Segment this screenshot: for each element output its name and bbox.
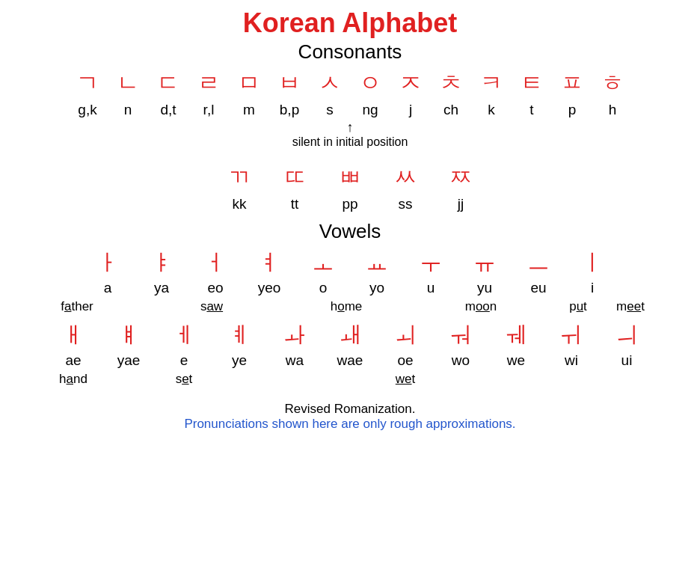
vowel-korean: ㅕ — [250, 248, 289, 278]
vowel2-korean: ㅢ — [604, 320, 649, 351]
example-set: set — [156, 372, 212, 387]
vowel-roman: yeo — [250, 280, 289, 296]
vowel-korean: ㅛ — [357, 248, 396, 278]
silent-note: ↑ silent in initial position — [292, 120, 408, 149]
revised-note: Revised Romanization. — [285, 402, 416, 417]
vowel-roman: a — [88, 280, 127, 296]
vowels-row1-korean: ㅏㅑㅓㅕㅗㅛㅜㅠㅡㅣ — [88, 248, 612, 278]
consonant-roman: g,k — [74, 102, 101, 118]
consonant-korean: ㅍ — [559, 68, 586, 99]
vowel2-roman: e — [162, 352, 206, 369]
consonant-korean: ㅇ — [357, 68, 384, 99]
consonant-korean: ㅂ — [276, 68, 303, 99]
example-saw: saw — [178, 299, 245, 314]
consonant-korean: ㅊ — [438, 68, 464, 99]
vowel-korean: ㅜ — [411, 248, 450, 278]
vowel-korean: ㅠ — [465, 248, 504, 278]
approx-note: Pronunciations shown here are only rough… — [184, 417, 515, 432]
consonant-korean: ㅅ — [316, 68, 343, 99]
example-put: put — [552, 299, 604, 314]
vowel-korean: ㅡ — [519, 248, 558, 278]
doubled-consonant-roman: tt — [274, 196, 316, 212]
consonant-roman: d,t — [155, 102, 182, 118]
vowel2-korean: ㅖ — [217, 320, 262, 351]
consonant-korean: ㄹ — [195, 68, 222, 99]
example-hand: hand — [46, 372, 101, 387]
vowel2-roman: wae — [328, 352, 372, 369]
example-meet: meet — [604, 299, 657, 314]
vowel-roman: eu — [519, 280, 558, 296]
vowel2-korean: ㅝ — [438, 320, 483, 351]
doubled-consonant-roman: kk — [218, 196, 260, 212]
consonant-roman: h — [599, 102, 626, 118]
doubled-consonant-korean: ㄲ — [218, 162, 260, 193]
vowel2-korean: ㅞ — [494, 320, 538, 351]
doubled-consonants-korean-row: ㄲㄸㅃㅆㅉ — [218, 162, 482, 193]
consonant-roman: p — [559, 102, 586, 118]
vowel-roman: u — [411, 280, 450, 296]
vowel-roman: i — [573, 280, 612, 296]
vowel2-roman: wi — [549, 352, 594, 369]
consonant-korean: ㄴ — [114, 68, 141, 99]
vowel-korean: ㅑ — [142, 248, 181, 278]
consonant-roman: b,p — [276, 102, 303, 118]
consonant-korean: ㅎ — [599, 68, 626, 99]
example-home: home — [313, 299, 380, 314]
vowel-korean: ㅣ — [573, 248, 612, 278]
consonant-roman: r,l — [195, 102, 222, 118]
vowel2-roman: oe — [383, 352, 428, 369]
doubled-consonant-roman: ss — [384, 196, 426, 212]
vowel2-roman: yae — [106, 352, 151, 369]
consonant-roman: ch — [438, 102, 464, 118]
vowels-row1-roman: ayaeoyeooyouyueui — [88, 280, 612, 296]
vowels-row2-roman: aeyaeeyewawaeoewowewiui — [51, 352, 649, 369]
vowel2-korean: ㅐ — [51, 320, 96, 351]
vowel2-roman: ye — [217, 352, 262, 369]
consonants-korean-row: ㄱㄴㄷㄹㅁㅂㅅㅇㅈㅊㅋㅌㅍㅎ — [74, 68, 626, 99]
vowel2-roman: we — [494, 352, 538, 369]
vowel2-korean: ㅔ — [162, 320, 206, 351]
vowel2-roman: wa — [272, 352, 317, 369]
consonant-roman: m — [236, 102, 262, 118]
doubled-consonants-roman-row: kkttppssjj — [218, 196, 482, 212]
doubled-consonant-roman: jj — [440, 196, 482, 212]
vowel2-korean: ㅙ — [328, 320, 372, 351]
vowel-korean: ㅗ — [304, 248, 343, 278]
examples-row1: father saw home moon put meet — [43, 299, 657, 314]
vowel2-roman: ae — [51, 352, 96, 369]
vowels-heading: Vowels — [319, 220, 381, 243]
page-title: Korean Alphabet — [243, 7, 458, 39]
doubled-consonant-korean: ㄸ — [274, 162, 316, 193]
consonants-heading: Consonants — [298, 40, 402, 64]
vowel2-korean: ㅘ — [272, 320, 317, 351]
vowel2-korean: ㅟ — [549, 320, 594, 351]
example-wet: wet — [378, 372, 433, 387]
vowel-korean: ㅓ — [196, 248, 235, 278]
vowel2-korean: ㅒ — [106, 320, 151, 351]
consonants-roman-row: g,knd,tr,lmb,psngjchktph — [74, 102, 626, 118]
vowel2-roman: wo — [438, 352, 483, 369]
vowel-roman: eo — [196, 280, 235, 296]
consonant-roman: ng — [357, 102, 384, 118]
consonant-roman: k — [478, 102, 505, 118]
vowel-roman: ya — [142, 280, 181, 296]
vowel-roman: yo — [357, 280, 396, 296]
consonant-roman: n — [114, 102, 141, 118]
vowel2-roman: ui — [604, 352, 649, 369]
doubled-consonant-roman: pp — [329, 196, 371, 212]
examples-row2: hand set wet — [43, 372, 657, 387]
consonant-korean: ㅋ — [478, 68, 505, 99]
vowels-row2-korean: ㅐㅒㅔㅖㅘㅙㅚㅝㅞㅟㅢ — [51, 320, 649, 351]
vowel-roman: o — [304, 280, 343, 296]
consonant-korean: ㄱ — [74, 68, 101, 99]
consonant-roman: t — [518, 102, 545, 118]
doubled-consonant-korean: ㅃ — [329, 162, 371, 193]
consonant-roman: s — [316, 102, 343, 118]
doubled-consonant-korean: ㅉ — [440, 162, 482, 193]
doubled-consonant-korean: ㅆ — [384, 162, 426, 193]
example-father: father — [43, 299, 111, 314]
consonant-korean: ㅁ — [236, 68, 262, 99]
consonant-korean: ㄷ — [155, 68, 182, 99]
example-moon: moon — [447, 299, 515, 314]
vowel-roman: yu — [465, 280, 504, 296]
